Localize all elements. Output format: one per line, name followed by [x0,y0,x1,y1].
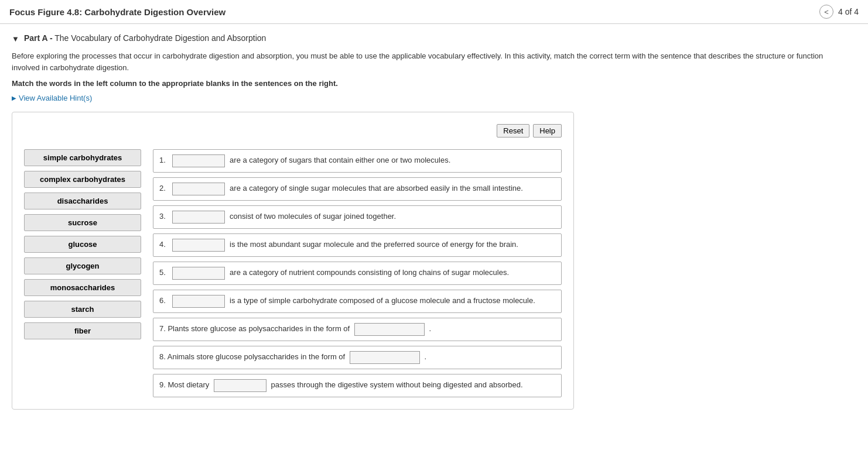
reset-button[interactable]: Reset [497,124,529,138]
blank-1[interactable] [172,154,225,167]
blank-5[interactable] [172,267,225,280]
part-collapse-arrow[interactable]: ▼ [12,35,19,43]
columns-container: simple carbohydrates complex carbohydrat… [24,149,562,397]
part-label-bold: Part A - [24,33,53,43]
sentence-5: 5. are a category of nutrient compounds … [153,262,562,285]
blank-3[interactable] [172,211,225,224]
sentence-1: 1. are a category of sugars that contain… [153,149,562,173]
help-button[interactable]: Help [533,124,562,138]
part-label: Part A - The Vocabulary of Carbohydrate … [24,33,266,43]
sentence-4: 4. is the most abundant sugar molecule a… [153,233,562,257]
word-column: simple carbohydrates complex carbohydrat… [24,149,141,397]
page-indicator: 4 of 4 [838,7,859,16]
blank-8[interactable] [350,351,420,364]
word-glycogen[interactable]: glycogen [24,257,141,274]
blank-6[interactable] [172,295,225,308]
instructions-text: Before exploring the processes that occu… [12,50,832,73]
hint-link[interactable]: View Available Hint(s) [12,94,856,102]
page-title: Focus Figure 4.8: Carbohydrate Digestion… [9,7,225,17]
nav-prev-button[interactable]: < [819,5,833,19]
header-nav: < 4 of 4 [819,5,859,19]
sentence-9: 9. Most dietary passes through the diges… [153,374,562,397]
word-disaccharides[interactable]: disaccharides [24,193,141,209]
sentence-6: 6. is a type of simple carbohydrate comp… [153,290,562,313]
word-simple-carbohydrates[interactable]: simple carbohydrates [24,149,141,166]
word-fiber[interactable]: fiber [24,322,141,339]
part-header: ▼ Part A - The Vocabulary of Carbohydrat… [12,33,856,43]
match-instruction: Match the words in the left column to th… [12,79,856,88]
sentences-column: 1. are a category of sugars that contain… [153,149,562,397]
word-starch[interactable]: starch [24,301,141,318]
sentence-8: 8. Animals store glucose polysaccharides… [153,346,562,369]
word-sucrose[interactable]: sucrose [24,214,141,231]
sentence-7: 7. Plants store glucose as polysaccharid… [153,318,562,341]
word-complex-carbohydrates[interactable]: complex carbohydrates [24,171,141,188]
activity-box: Reset Help simple carbohydrates complex … [12,112,574,410]
word-monosaccharides[interactable]: monosaccharides [24,279,141,296]
blank-9[interactable] [214,379,266,392]
blank-2[interactable] [172,183,225,195]
main-content: ▼ Part A - The Vocabulary of Carbohydrat… [0,24,868,419]
blank-4[interactable] [172,239,225,252]
blank-7[interactable] [354,323,425,336]
word-glucose[interactable]: glucose [24,236,141,253]
sentence-2: 2. are a category of single sugar molecu… [153,177,562,201]
sentence-3: 3. consist of two molecules of sugar joi… [153,205,562,229]
toolbar: Reset Help [24,124,562,138]
header-bar: Focus Figure 4.8: Carbohydrate Digestion… [0,0,868,24]
part-description: The Vocabulary of Carbohydrate Digestion… [54,33,266,43]
